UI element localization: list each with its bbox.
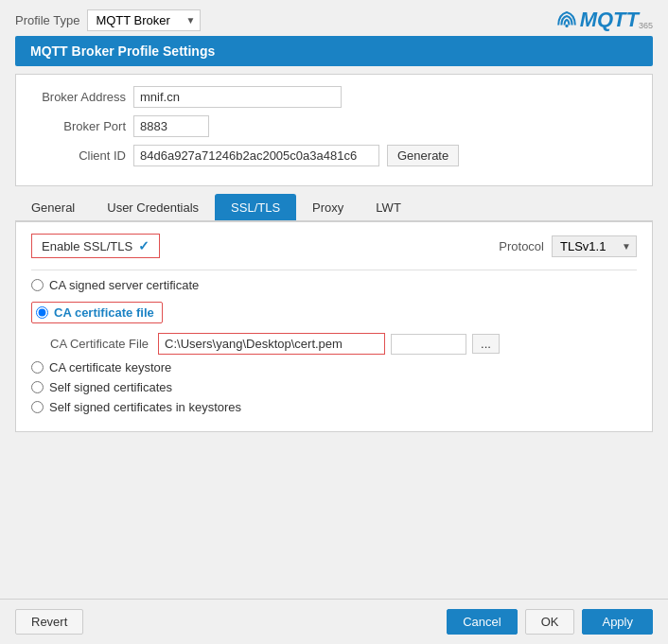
radio-ca-cert-file-input[interactable] [36, 306, 48, 319]
broker-port-label: Broker Port [31, 119, 126, 133]
radio-self-signed-input[interactable] [31, 381, 44, 393]
broker-address-label: Broker Address [31, 90, 126, 104]
ok-button[interactable]: OK [525, 609, 575, 635]
mqtt-logo-sub: 365 [639, 21, 653, 30]
radio-self-signed-keystore-input[interactable] [31, 401, 44, 413]
tab-lwt[interactable]: LWT [360, 194, 416, 220]
broker-port-row: Broker Port [31, 115, 637, 137]
svg-point-0 [565, 25, 568, 27]
radio-self-signed: Self signed certificates [31, 380, 637, 394]
ssl-enable-row: Enable SSL/TLS ✓ Protocol TLSv1.1 [31, 234, 637, 258]
protocol-select-wrapper[interactable]: TLSv1.1 [552, 235, 637, 257]
broker-address-input[interactable] [133, 86, 342, 108]
broker-address-row: Broker Address [31, 86, 637, 108]
revert-button[interactable]: Revert [15, 609, 83, 635]
ca-file-input[interactable] [158, 333, 385, 355]
top-bar: Profile Type MQTT Broker MQTT 365 [0, 0, 668, 36]
radio-ca-keystore-input[interactable] [31, 361, 44, 374]
client-id-input[interactable] [133, 145, 379, 166]
ca-file-row: CA Certificate File ... [50, 333, 637, 355]
protocol-select[interactable]: TLSv1.1 [552, 235, 637, 257]
ca-file-label: CA Certificate File [50, 337, 149, 351]
client-id-row: Client ID Generate [31, 145, 637, 166]
ssl-checkmark-icon: ✓ [138, 238, 149, 253]
protocol-label: Protocol [499, 239, 544, 253]
form-area: Broker Address Broker Port Client ID Gen… [15, 74, 653, 186]
radio-ca-cert-file-label: CA certificate file [54, 305, 154, 320]
profile-type-row: Profile Type MQTT Broker [15, 9, 201, 31]
main-container: Profile Type MQTT Broker MQTT 365 MQTT B… [0, 0, 668, 644]
tab-ssl-tls[interactable]: SSL/TLS [215, 194, 296, 220]
profile-type-select-wrapper[interactable]: MQTT Broker [87, 9, 201, 31]
radio-self-signed-keystore: Self signed certificates in keystores [31, 400, 637, 414]
radio-ca-keystore: CA certificate keystore [31, 360, 637, 374]
spacer [0, 432, 668, 599]
radio-self-signed-keystore-label: Self signed certificates in keystores [49, 400, 241, 414]
tab-user-credentials[interactable]: User Credentials [91, 194, 215, 220]
bottom-right-buttons: Cancel OK Apply [447, 609, 653, 635]
tab-proxy[interactable]: Proxy [296, 194, 360, 220]
client-id-label: Client ID [31, 148, 126, 163]
enable-ssl-label: Enable SSL/TLS [42, 239, 132, 253]
enable-ssl-box: Enable SSL/TLS ✓ [31, 234, 160, 258]
generate-button[interactable]: Generate [387, 145, 459, 166]
radio-ca-signed-input[interactable] [31, 279, 44, 291]
radio-ca-keystore-label: CA certificate keystore [49, 360, 171, 374]
apply-button[interactable]: Apply [582, 609, 653, 635]
radio-self-signed-label: Self signed certificates [49, 380, 172, 394]
profile-type-select[interactable]: MQTT Broker [87, 9, 201, 31]
radio-ca-cert-file-row: CA certificate file [31, 302, 163, 323]
mqtt-logo: MQTT 365 [555, 8, 653, 32]
tab-general[interactable]: General [15, 194, 91, 220]
tabs-row: General User Credentials SSL/TLS Proxy L… [15, 194, 653, 222]
profile-type-label: Profile Type [15, 13, 79, 27]
broker-port-input[interactable] [133, 115, 209, 137]
ca-file-extra-input[interactable] [391, 334, 466, 355]
radio-ca-signed: CA signed server certificate [31, 278, 637, 292]
radio-ca-signed-label: CA signed server certificate [49, 278, 199, 292]
ssl-tls-content: Enable SSL/TLS ✓ Protocol TLSv1.1 CA sig… [15, 222, 653, 432]
mqtt-logo-icon [555, 9, 578, 31]
divider1 [31, 270, 637, 270]
bottom-bar: Revert Cancel OK Apply [0, 599, 668, 644]
mqtt-logo-text: MQTT [580, 8, 639, 32]
section-header: MQTT Broker Profile Settings [15, 36, 653, 66]
cancel-button[interactable]: Cancel [447, 609, 517, 635]
browse-button[interactable]: ... [472, 334, 500, 354]
